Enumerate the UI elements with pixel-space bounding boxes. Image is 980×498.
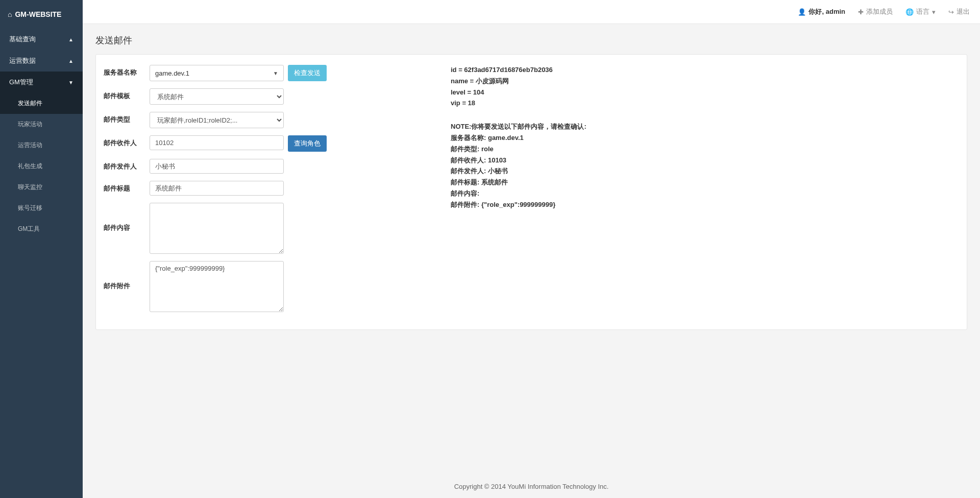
- input-sender[interactable]: [150, 159, 284, 174]
- label-mail-content: 邮件内容: [104, 203, 144, 232]
- select-server-value: game.dev.1: [155, 69, 189, 77]
- sidebar-item-player-activity[interactable]: 玩家活动: [0, 114, 83, 135]
- sidebar-section-label: 运营数据: [9, 56, 36, 65]
- note-recipient: 邮件收件人: 10103: [451, 155, 959, 166]
- label-mail-title: 邮件标题: [104, 181, 144, 193]
- info-column: id = 62f3ad6717d16876eb7b2036 name = 小皮源…: [435, 65, 959, 319]
- input-mail-title[interactable]: [150, 181, 284, 196]
- sidebar-section-basic-query[interactable]: 基础查询 ▲: [0, 29, 83, 50]
- topbar-add-member[interactable]: ✚ 添加成员: [858, 7, 893, 16]
- topbar-greeting[interactable]: 👤 你好, admin: [798, 7, 845, 16]
- label-recipient: 邮件收件人: [104, 135, 144, 148]
- page-title: 发送邮件: [95, 34, 967, 46]
- nav-sub-gm: 发送邮件 玩家活动 运营活动 礼包生成 聊天监控 账号迁移 GM工具: [0, 93, 83, 240]
- note-content: 邮件内容:: [451, 188, 959, 199]
- main: 👤 你好, admin ✚ 添加成员 🌐 语言 ▾ ↪ 退出 发送邮件: [83, 0, 980, 498]
- caret-down-icon: ▾: [932, 8, 936, 16]
- note-title: 邮件标题: 系统邮件: [451, 177, 959, 188]
- user-icon: 👤: [798, 8, 806, 16]
- home-icon: ⌂: [8, 10, 12, 18]
- label-mail-template: 邮件模板: [104, 88, 144, 101]
- label-server-name: 服务器名称: [104, 65, 144, 77]
- sidebar-section-gm-manage[interactable]: GM管理 ▼: [0, 72, 83, 93]
- role-level: level = 104: [451, 87, 959, 98]
- input-recipient[interactable]: [150, 135, 284, 150]
- check-send-button[interactable]: 检查发送: [288, 65, 327, 81]
- chevron-down-icon: ▼: [68, 80, 74, 85]
- label-sender: 邮件发件人: [104, 159, 144, 171]
- select-server-name[interactable]: game.dev.1 ▼: [150, 65, 284, 81]
- sidebar-section-label: 基础查询: [9, 35, 36, 44]
- topbar-logout[interactable]: ↪ 退出: [948, 7, 970, 16]
- note-type: 邮件类型: role: [451, 144, 959, 155]
- select-mail-type[interactable]: 玩家邮件,roleID1;roleID2;...: [150, 112, 284, 128]
- content: 发送邮件 服务器名称 game.dev.1 ▼ 检查发送: [83, 24, 980, 475]
- sidebar-item-send-mail[interactable]: 发送邮件: [0, 93, 83, 114]
- note-block: NOTE:你将要发送以下邮件内容，请检查确认: 服务器名称: game.dev.…: [451, 122, 959, 210]
- chevron-up-icon: ▲: [68, 58, 74, 64]
- role-vip: vip = 18: [451, 98, 959, 109]
- label-mail-type: 邮件类型: [104, 112, 144, 124]
- note-server: 服务器名称: game.dev.1: [451, 133, 959, 144]
- brand-label: GM-WEBSITE: [15, 10, 61, 18]
- plus-icon: ✚: [858, 8, 864, 16]
- sidebar-section-operation-data[interactable]: 运营数据 ▲: [0, 50, 83, 72]
- sidebar-item-chat-monitor[interactable]: 聊天监控: [0, 177, 83, 198]
- sidebar: ⌂ GM-WEBSITE 基础查询 ▲ 运营数据 ▲ GM管理 ▼ 发送邮件 玩…: [0, 0, 83, 498]
- form-column: 服务器名称 game.dev.1 ▼ 检查发送 邮件模板: [104, 65, 420, 319]
- note-sender: 邮件发件人: 小秘书: [451, 166, 959, 177]
- role-name: name = 小皮源码网: [451, 76, 959, 87]
- dropdown-arrow-icon: ▼: [273, 70, 278, 76]
- add-member-label: 添加成员: [866, 7, 893, 16]
- label-mail-attachment: 邮件附件: [104, 261, 144, 291]
- language-label: 语言: [916, 7, 929, 16]
- role-info-block: id = 62f3ad6717d16876eb7b2036 name = 小皮源…: [451, 65, 959, 109]
- chevron-up-icon: ▲: [68, 37, 74, 42]
- sidebar-item-gm-tools[interactable]: GM工具: [0, 219, 83, 240]
- logout-label: 退出: [957, 7, 970, 16]
- note-attachment: 邮件附件: {"role_exp":999999999}: [451, 200, 959, 210]
- nav-list: 基础查询 ▲ 运营数据 ▲ GM管理 ▼ 发送邮件 玩家活动 运营活动 礼包生成…: [0, 29, 83, 240]
- logout-icon: ↪: [948, 8, 954, 16]
- brand[interactable]: ⌂ GM-WEBSITE: [0, 0, 83, 29]
- role-id: id = 62f3ad6717d16876eb7b2036: [451, 65, 959, 76]
- textarea-mail-attachment[interactable]: [150, 261, 284, 312]
- sidebar-item-operation-activity[interactable]: 运营活动: [0, 135, 83, 156]
- sidebar-section-label: GM管理: [9, 78, 33, 87]
- query-role-button[interactable]: 查询角色: [288, 135, 327, 152]
- sidebar-item-account-migrate[interactable]: 账号迁移: [0, 198, 83, 219]
- select-mail-template[interactable]: 系统邮件: [150, 88, 284, 105]
- greeting-text: 你好, admin: [808, 7, 845, 16]
- note-header: NOTE:你将要发送以下邮件内容，请检查确认:: [451, 122, 959, 132]
- panel: 服务器名称 game.dev.1 ▼ 检查发送 邮件模板: [95, 54, 967, 330]
- topbar: 👤 你好, admin ✚ 添加成员 🌐 语言 ▾ ↪ 退出: [83, 0, 980, 24]
- sidebar-item-gift-generate[interactable]: 礼包生成: [0, 156, 83, 177]
- globe-icon: 🌐: [905, 8, 914, 16]
- textarea-mail-content[interactable]: [150, 203, 284, 254]
- topbar-language[interactable]: 🌐 语言 ▾: [905, 7, 936, 16]
- footer: Copyright © 2014 YouMi Information Techn…: [83, 475, 980, 498]
